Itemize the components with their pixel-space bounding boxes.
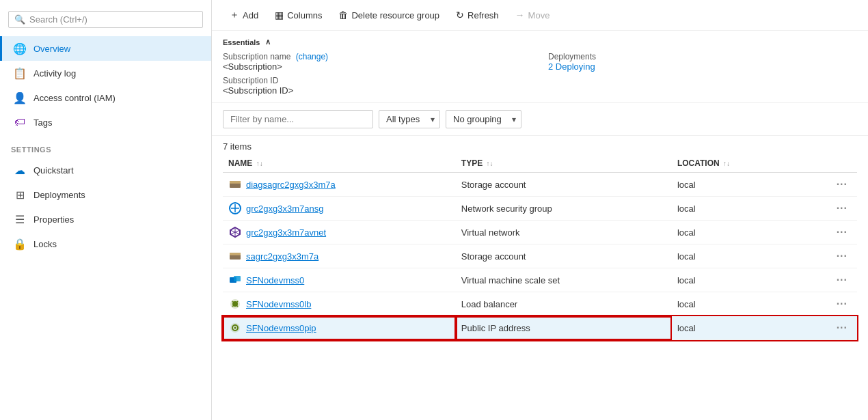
- sidebar-item-quickstart[interactable]: ☁ Quickstart: [0, 158, 211, 182]
- columns-button[interactable]: ▦ Columns: [268, 6, 329, 24]
- search-icon: 🔍: [14, 14, 25, 25]
- sidebar: 🔍 Search (Ctrl+/) 🌐 Overview 📋 Activity …: [0, 0, 212, 420]
- table-row: grc2gxg3x3m7avnet Virtual networklocal··…: [223, 221, 857, 244]
- resource-name-link[interactable]: diagsagrc2gxg3x3m7a: [246, 180, 336, 190]
- settings-label: SETTINGS: [0, 135, 211, 158]
- delete-button[interactable]: 🗑 Delete resource group: [331, 6, 446, 24]
- deployments-value[interactable]: 2 Deploying: [548, 61, 857, 72]
- storage-icon: [228, 178, 242, 191]
- sidebar-item-label: Overview: [33, 44, 70, 54]
- name-sort-icon[interactable]: ↑↓: [256, 160, 263, 167]
- row-type-cell: Virtual machine scale set: [456, 268, 672, 292]
- sidebar-item-properties[interactable]: ☰ Properties: [0, 207, 211, 232]
- subscription-name-value: <Subscription>: [223, 61, 532, 72]
- sidebar-item-label: Properties: [33, 214, 74, 225]
- sidebar-item-label: Access control (IAM): [33, 93, 116, 103]
- overview-icon: 🌐: [13, 42, 27, 55]
- grouping-filter-wrapper: No grouping: [446, 110, 521, 128]
- row-ellipsis-button[interactable]: ···: [832, 272, 852, 287]
- row-actions-cell: ···: [798, 268, 857, 292]
- storage-icon: [228, 249, 242, 263]
- sidebar-item-access-control[interactable]: 👤 Access control (IAM): [0, 85, 211, 110]
- row-actions-cell: ···: [798, 173, 857, 197]
- row-actions-cell: ···: [798, 316, 857, 340]
- move-label: Move: [528, 10, 550, 20]
- search-box[interactable]: 🔍 Search (Ctrl+/): [8, 11, 203, 28]
- row-ellipsis-button[interactable]: ···: [832, 201, 852, 215]
- grouping-filter-select[interactable]: No grouping: [446, 110, 521, 128]
- row-actions-cell: ···: [798, 197, 857, 221]
- change-link[interactable]: (change): [296, 52, 328, 61]
- resource-name-link[interactable]: SFNodevmss0: [246, 275, 304, 285]
- row-ellipsis-button[interactable]: ···: [832, 296, 852, 311]
- row-location-cell: local: [672, 173, 798, 197]
- row-location-cell: local: [672, 244, 798, 268]
- type-filter-select[interactable]: All types: [379, 110, 440, 128]
- row-location-cell: local: [672, 292, 798, 316]
- essentials-title: Essentials: [223, 38, 260, 46]
- svg-rect-12: [234, 276, 241, 281]
- move-icon: →: [515, 10, 525, 20]
- sidebar-item-overview[interactable]: 🌐 Overview: [0, 36, 211, 61]
- toolbar: ＋ Add ▦ Columns 🗑 Delete resource group …: [212, 0, 868, 31]
- resource-name-link[interactable]: sagrc2gxg3x3m7a: [246, 251, 318, 262]
- vnet-icon: [228, 225, 242, 239]
- search-placeholder: Search (Ctrl+/): [29, 14, 87, 25]
- row-type-cell: Network security group: [456, 197, 672, 221]
- row-ellipsis-button[interactable]: ···: [832, 249, 852, 263]
- sidebar-item-label: Locks: [33, 239, 57, 249]
- sidebar-item-deployments[interactable]: ⊞ Deployments: [0, 182, 211, 207]
- row-location-cell: local: [672, 268, 798, 292]
- subscription-id-value: <Subscription ID>: [223, 85, 532, 96]
- deployments-row: Deployments 2 Deploying: [548, 52, 857, 96]
- svg-point-19: [234, 327, 236, 329]
- sidebar-item-activity-log[interactable]: 📋 Activity log: [0, 61, 211, 85]
- row-actions-cell: ···: [798, 244, 857, 268]
- quickstart-icon: ☁: [13, 163, 27, 177]
- col-header-actions: [798, 154, 857, 173]
- nsg-icon: [228, 201, 242, 215]
- add-icon: ＋: [230, 9, 239, 21]
- access-control-icon: 👤: [13, 91, 27, 104]
- table-row: sagrc2gxg3x3m7a Storage accountlocal···: [223, 244, 857, 268]
- refresh-icon: ↻: [456, 10, 464, 20]
- move-button[interactable]: → Move: [508, 6, 557, 24]
- properties-icon: ☰: [13, 212, 27, 226]
- sidebar-item-label: Tags: [33, 117, 52, 128]
- subscription-name-label: Subscription name (change): [223, 52, 532, 61]
- locks-icon: 🔒: [13, 237, 27, 251]
- row-type-cell: Storage account: [456, 173, 672, 197]
- essentials-header[interactable]: Essentials ∧: [223, 38, 857, 46]
- row-type-cell: Load balancer: [456, 292, 672, 316]
- row-type-cell: Storage account: [456, 244, 672, 268]
- add-button[interactable]: ＋ Add: [223, 5, 265, 25]
- resource-name-link[interactable]: grc2gxg3x3m7ansg: [246, 204, 323, 214]
- row-ellipsis-button[interactable]: ···: [832, 320, 852, 335]
- row-ellipsis-button[interactable]: ···: [832, 177, 852, 191]
- row-ellipsis-button[interactable]: ···: [832, 225, 852, 239]
- sidebar-item-tags[interactable]: 🏷 Tags: [0, 110, 211, 135]
- subscription-id-label: Subscription ID: [223, 76, 532, 85]
- col-header-location: LOCATION ↑↓: [672, 154, 798, 173]
- col-header-type: TYPE ↑↓: [456, 154, 672, 173]
- items-count: 7 items: [223, 136, 857, 154]
- row-actions-cell: ···: [798, 221, 857, 244]
- refresh-button[interactable]: ↻ Refresh: [449, 6, 506, 24]
- location-sort-icon[interactable]: ↑↓: [723, 160, 730, 167]
- resource-name-link[interactable]: SFNodevmss0lb: [246, 299, 311, 309]
- type-sort-icon[interactable]: ↑↓: [486, 160, 493, 167]
- pip-icon: [228, 321, 242, 335]
- row-name-cell: diagsagrc2gxg3x3m7a: [223, 173, 456, 197]
- row-name-cell: grc2gxg3x3m7ansg: [223, 197, 456, 221]
- row-location-cell: local: [672, 316, 798, 340]
- filter-bar: All types No grouping: [212, 103, 868, 136]
- row-location-cell: local: [672, 197, 798, 221]
- sidebar-item-locks[interactable]: 🔒 Locks: [0, 232, 211, 256]
- table-row: SFNodevmss0lb Load balancerlocal···: [223, 292, 857, 316]
- add-label: Add: [243, 10, 258, 20]
- main-content: ＋ Add ▦ Columns 🗑 Delete resource group …: [212, 0, 868, 420]
- sidebar-item-label: Deployments: [33, 190, 85, 200]
- resource-name-link[interactable]: SFNodevmss0pip: [246, 323, 316, 333]
- filter-by-name-input[interactable]: [223, 110, 373, 128]
- resource-name-link[interactable]: grc2gxg3x3m7avnet: [246, 227, 326, 238]
